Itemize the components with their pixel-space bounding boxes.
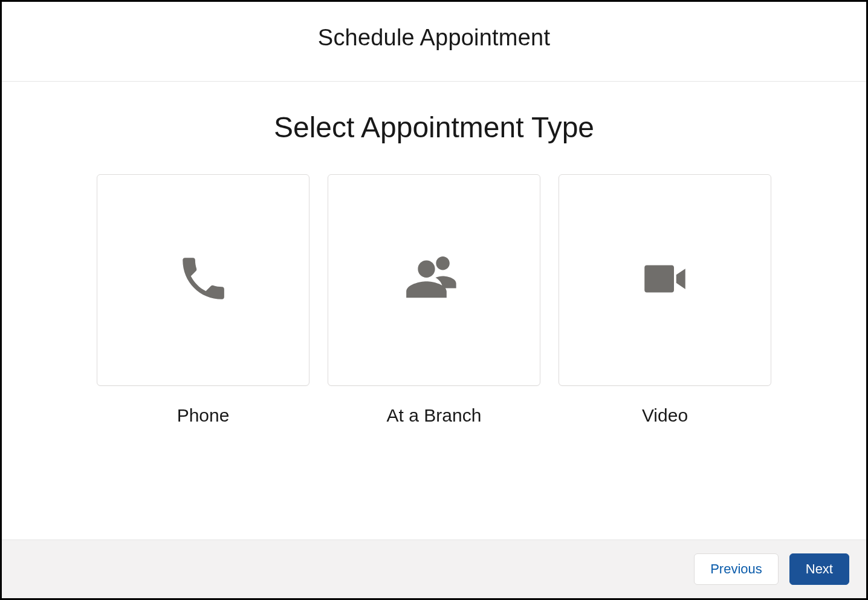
option-card-video[interactable] bbox=[559, 174, 771, 386]
option-card-branch[interactable] bbox=[328, 174, 540, 386]
section-heading: Select Appointment Type bbox=[274, 111, 594, 144]
previous-button[interactable]: Previous bbox=[694, 553, 779, 585]
people-icon bbox=[404, 249, 464, 311]
wizard-footer: Previous Next bbox=[2, 540, 866, 598]
next-button[interactable]: Next bbox=[789, 553, 849, 585]
wizard-header: Schedule Appointment bbox=[2, 2, 866, 82]
appointment-wizard: Schedule Appointment Select Appointment … bbox=[0, 0, 868, 600]
option-branch: At a Branch bbox=[328, 174, 540, 426]
option-video: Video bbox=[559, 174, 771, 426]
option-label-video: Video bbox=[642, 405, 688, 426]
appointment-type-options: Phone At a Branch Video bbox=[62, 174, 806, 426]
video-icon bbox=[638, 252, 692, 308]
option-card-phone[interactable] bbox=[97, 174, 309, 386]
option-label-branch: At a Branch bbox=[387, 405, 482, 426]
wizard-content: Select Appointment Type Phone At a Branc… bbox=[2, 82, 866, 540]
option-phone: Phone bbox=[97, 174, 309, 426]
page-title: Schedule Appointment bbox=[14, 25, 854, 51]
option-label-phone: Phone bbox=[177, 405, 230, 426]
phone-icon bbox=[176, 252, 230, 308]
